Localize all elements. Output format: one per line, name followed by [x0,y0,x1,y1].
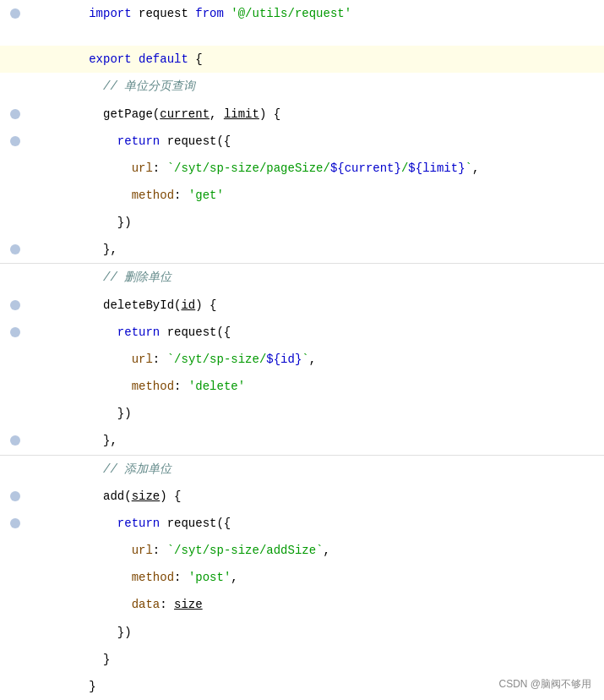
gutter-19 [0,491,25,501]
keyword-from: from [195,7,224,20]
gutter-dot-19 [10,491,20,501]
gutter-dot-20 [10,518,20,528]
code-editor: import request from '@/utils/request' ex… [0,0,604,700]
gutter-dot-5 [10,109,20,119]
watermark: CSDN @脑阀不够用 [498,677,591,692]
keyword-import: import [89,7,131,20]
gutter-20 [0,518,25,528]
line-1: import request from '@/utils/request' [0,0,604,27]
code-area: import request from '@/utils/request' ex… [0,0,604,700]
gutter-1 [0,8,25,19]
gutter-dot-6 [10,136,20,146]
gutter-dot-1 [10,8,20,19]
gutter-dot-10 [10,244,20,254]
gutter-12 [0,300,25,310]
gutter-dot-17 [10,435,20,446]
module-path: '@/utils/request' [231,7,351,20]
gutter-5 [0,109,25,119]
gutter-dot-12 [10,300,20,310]
gutter-10 [0,244,25,254]
gutter-6 [0,136,25,146]
gutter-dot-13 [10,327,20,337]
gutter-13 [0,327,25,337]
gutter-17 [0,435,25,446]
